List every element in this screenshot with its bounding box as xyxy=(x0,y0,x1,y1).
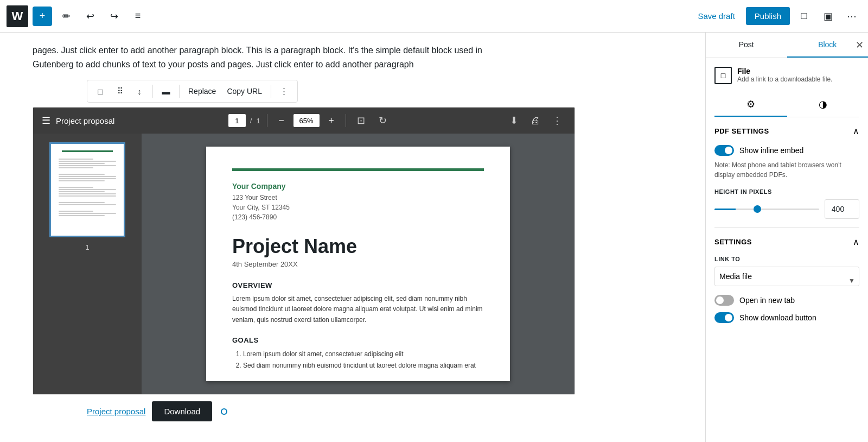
more-options-button[interactable]: ⋯ xyxy=(842,7,861,26)
more-block-options-button[interactable]: ⋮ xyxy=(276,83,293,100)
pdf-goals-list: Lorem ipsum dolor sit amet, consectetuer… xyxy=(232,349,484,372)
pdf-main-view: Your Company 123 Your Street Your City, … xyxy=(142,134,575,394)
show-download-label: Show download button xyxy=(739,313,816,322)
show-inline-toggle[interactable] xyxy=(714,145,734,156)
edit-button[interactable]: ✏ xyxy=(56,7,76,26)
pdf-settings-title: PDF settings xyxy=(714,127,769,135)
show-download-toggle-row: Show download button xyxy=(714,312,859,323)
settings-collapse-button[interactable]: ∧ xyxy=(853,237,859,247)
settings-section-header: Settings ∧ xyxy=(714,237,859,247)
show-inline-toggle-row: Show inline embed xyxy=(714,145,859,156)
pdf-page-number: 1 xyxy=(86,244,90,251)
file-icon: □ xyxy=(714,67,732,84)
pdf-green-bar xyxy=(232,168,484,171)
link-to-select[interactable]: Media file Attachment page None xyxy=(714,267,859,286)
file-icon-button[interactable]: □ xyxy=(92,83,109,100)
main-layout: pages. Just click enter to add another p… xyxy=(0,33,868,442)
pdf-more-button[interactable]: ⋮ xyxy=(548,112,566,129)
add-block-button[interactable]: + xyxy=(33,7,52,26)
pdf-overview-text: Lorem ipsum dolor sit amet, consectetuer… xyxy=(232,294,484,325)
open-new-tab-label: Open in new tab xyxy=(739,296,795,305)
pdf-page-input[interactable] xyxy=(228,114,246,127)
open-new-tab-toggle[interactable] xyxy=(714,295,734,306)
pdf-company-address: 123 Your Street Your City, ST 12345 (123… xyxy=(232,193,484,222)
pdf-overview-title: OVERVIEW xyxy=(232,281,484,289)
save-draft-button[interactable]: Save draft xyxy=(691,7,741,25)
open-new-tab-toggle-row: Open in new tab xyxy=(714,295,859,306)
editor-area: pages. Just click enter to add another p… xyxy=(0,33,705,442)
panel-icon-tabs: ⚙ ◑ xyxy=(714,93,859,117)
align-button[interactable]: ▬ xyxy=(157,83,175,100)
file-description: Add a link to a downloadable file. xyxy=(737,75,832,83)
settings-title: Settings xyxy=(714,238,752,246)
block-toolbar: □ ⠿ ↕ ▬ Replace Copy URL ⋮ xyxy=(87,80,298,103)
pdf-title: Project proposal xyxy=(56,116,114,125)
replace-button[interactable]: Replace xyxy=(184,85,220,98)
height-input[interactable] xyxy=(825,199,859,219)
panel-divider xyxy=(714,228,859,228)
pdf-zoom-input[interactable] xyxy=(293,114,320,127)
pdf-settings-section-header: PDF settings ∧ xyxy=(714,126,859,136)
download-row: Project proposal Download xyxy=(33,401,575,421)
undo-button[interactable]: ↩ xyxy=(80,7,100,26)
pdf-project-name: Project Name xyxy=(232,235,484,258)
height-slider[interactable] xyxy=(714,209,819,210)
circle-indicator xyxy=(221,408,227,415)
pdf-goals-title: GOALS xyxy=(232,336,484,344)
drag-handle-button[interactable]: ⠿ xyxy=(111,83,129,100)
right-panel: Post Block ✕ □ File Add a link to a down… xyxy=(705,33,868,442)
link-to-label: LINK TO xyxy=(714,256,859,262)
pdf-divider-2 xyxy=(346,114,346,127)
toolbar-divider-3 xyxy=(271,85,271,98)
panel-close-button[interactable]: ✕ xyxy=(856,39,864,51)
pdf-company-name: Your Company xyxy=(232,182,484,191)
show-download-toggle[interactable] xyxy=(714,312,734,323)
height-slider-row xyxy=(714,199,859,219)
pdf-toolbar: ☰ Project proposal / 1 − + ⊡ ↻ ⬇ xyxy=(33,108,575,134)
pdf-fit-button[interactable]: ⊡ xyxy=(353,112,370,129)
publish-button[interactable]: Publish xyxy=(746,7,790,25)
file-title: File xyxy=(737,67,832,75)
pdf-print-button[interactable]: 🖨 xyxy=(527,112,544,129)
top-bar: W + ✏ ↩ ↪ ≡ Save draft Publish □ ▣ ⋯ xyxy=(0,0,868,33)
pdf-total-pages: 1 xyxy=(256,117,260,125)
toolbar-divider xyxy=(152,85,153,98)
pdf-zoom-in-button[interactable]: + xyxy=(324,113,339,128)
pdf-rotate-button[interactable]: ↻ xyxy=(374,112,392,129)
pdf-thumbnail[interactable] xyxy=(49,142,125,237)
pdf-menu-icon[interactable]: ☰ xyxy=(42,115,50,127)
pdf-date: 4th September 20XX xyxy=(232,260,484,268)
paragraph-text: pages. Just click enter to add another p… xyxy=(33,43,521,71)
pdf-page: Your Company 123 Your Street Your City, … xyxy=(206,147,510,381)
file-info: □ File Add a link to a downloadable file… xyxy=(714,67,859,84)
move-button[interactable]: ↕ xyxy=(131,83,148,100)
view-button[interactable]: □ xyxy=(794,7,814,26)
toolbar-divider-2 xyxy=(179,85,180,98)
pdf-sidebar: 1 xyxy=(33,134,142,394)
copy-url-button[interactable]: Copy URL xyxy=(222,85,266,98)
link-to-select-wrapper: Media file Attachment page None ▼ xyxy=(714,267,859,295)
pdf-block: ☰ Project proposal / 1 − + ⊡ ↻ ⬇ xyxy=(33,107,575,395)
pdf-divider-1 xyxy=(267,114,267,127)
panel-tabs: Post Block ✕ xyxy=(706,33,868,58)
note-text: Note: Most phone and tablet browsers won… xyxy=(714,160,859,180)
pdf-zoom-out-button[interactable]: − xyxy=(274,113,289,128)
settings-icon-tab[interactable]: ⚙ xyxy=(714,93,787,117)
file-info-text: File Add a link to a downloadable file. xyxy=(737,67,832,83)
pdf-goal-item-2: Sed diam nonummy nibh euismod tincidunt … xyxy=(243,360,484,372)
pdf-settings-collapse-button[interactable]: ∧ xyxy=(853,126,859,136)
pdf-goal-item-1: Lorem ipsum dolor sit amet, consectetuer… xyxy=(243,349,484,361)
file-link[interactable]: Project proposal xyxy=(87,407,145,416)
redo-button[interactable]: ↪ xyxy=(104,7,124,26)
pdf-page-sep: / xyxy=(250,117,252,125)
height-label: HEIGHT IN PIXELS xyxy=(714,188,859,195)
wp-logo: W xyxy=(7,5,28,27)
pdf-download-button[interactable]: ⬇ xyxy=(505,112,522,129)
style-icon-tab[interactable]: ◑ xyxy=(787,93,860,117)
pdf-content: 1 Your Company 123 Your Street Your City… xyxy=(33,134,575,394)
show-inline-label: Show inline embed xyxy=(739,146,803,155)
list-view-button[interactable]: ≡ xyxy=(128,7,148,26)
tab-post[interactable]: Post xyxy=(706,33,787,58)
download-button[interactable]: Download xyxy=(152,401,212,421)
settings-panel-button[interactable]: ▣ xyxy=(818,7,838,26)
